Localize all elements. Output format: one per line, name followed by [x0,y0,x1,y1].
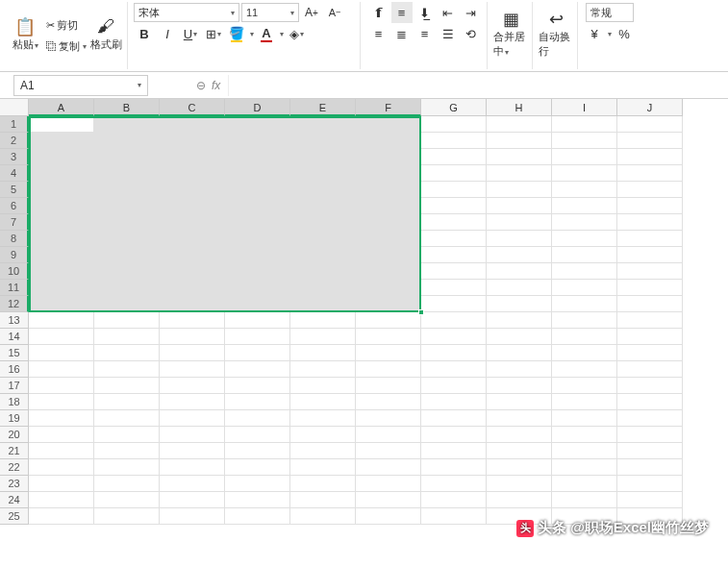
column-header[interactable]: F [356,99,421,116]
cell[interactable] [552,247,617,263]
cell[interactable] [421,427,487,443]
cell[interactable] [160,459,225,476]
align-center-button[interactable]: ≣ [391,23,413,44]
cell[interactable] [94,427,160,443]
cell[interactable] [94,312,160,329]
cell[interactable] [487,394,552,410]
cell[interactable] [29,198,94,214]
row-header[interactable]: 18 [0,394,29,410]
cell[interactable] [421,312,487,329]
cell[interactable] [617,280,683,296]
cell[interactable] [290,508,356,525]
cell[interactable] [617,116,683,133]
cell[interactable] [552,410,617,427]
cell[interactable] [552,231,617,247]
cell[interactable] [552,394,617,410]
cell[interactable] [160,133,225,149]
cell[interactable] [160,329,225,345]
cell[interactable] [94,329,160,345]
cell[interactable] [421,329,487,345]
cell[interactable] [290,345,356,361]
orientation-button[interactable]: ⟲ [461,23,482,44]
cell[interactable] [290,133,356,149]
cell[interactable] [94,231,160,247]
copy-button[interactable]: ⿻复制▾ [44,37,88,56]
cell[interactable] [225,394,290,410]
cell[interactable] [29,149,94,165]
column-header[interactable]: H [487,99,552,116]
cell[interactable] [225,214,290,231]
cell[interactable] [94,443,160,459]
row-header[interactable]: 8 [0,231,29,247]
cell[interactable] [487,182,552,198]
cell[interactable] [225,133,290,149]
italic-button[interactable]: I [157,23,178,44]
cell[interactable] [94,459,160,476]
cell[interactable] [617,263,683,280]
cell[interactable] [487,214,552,231]
cell[interactable] [356,312,421,329]
cell[interactable] [290,296,356,312]
cell[interactable] [160,280,225,296]
formula-input[interactable] [228,75,728,96]
cell[interactable] [487,427,552,443]
cell[interactable] [356,116,421,133]
row-header[interactable]: 17 [0,378,29,394]
cell[interactable] [552,263,617,280]
font-size-combo[interactable]: 11▾ [241,3,299,22]
cell[interactable] [356,247,421,263]
font-name-combo[interactable]: 宋体▾ [134,3,239,22]
row-header[interactable]: 22 [0,459,29,476]
cell[interactable] [225,165,290,182]
cell[interactable] [552,296,617,312]
cell[interactable] [225,149,290,165]
increase-indent-button[interactable]: ⇥ [461,2,482,23]
column-header[interactable]: A [29,99,94,116]
cell[interactable] [421,149,487,165]
cell[interactable] [356,263,421,280]
row-header[interactable]: 7 [0,214,29,231]
cell[interactable] [160,247,225,263]
fill-color-button[interactable]: 🪣 [226,23,247,44]
cell[interactable] [160,231,225,247]
cell[interactable] [29,508,94,525]
cell[interactable] [225,231,290,247]
cell[interactable] [552,427,617,443]
cell[interactable] [421,296,487,312]
cell[interactable] [552,492,617,508]
cell[interactable] [356,198,421,214]
row-header[interactable]: 20 [0,427,29,443]
cell[interactable] [487,247,552,263]
cell[interactable] [290,394,356,410]
row-header[interactable]: 3 [0,149,29,165]
cell[interactable] [421,214,487,231]
cell[interactable] [487,149,552,165]
cell[interactable] [617,492,683,508]
cell[interactable] [617,198,683,214]
row-header[interactable]: 4 [0,165,29,182]
cell[interactable] [225,329,290,345]
cell[interactable] [356,214,421,231]
cell[interactable] [94,345,160,361]
cell[interactable] [225,296,290,312]
row-header[interactable]: 2 [0,133,29,149]
cell[interactable] [421,165,487,182]
cell[interactable] [487,378,552,394]
cell[interactable] [160,214,225,231]
cell[interactable] [160,165,225,182]
name-box[interactable]: A1▾ [13,75,148,96]
cell[interactable] [617,394,683,410]
cell[interactable] [421,116,487,133]
row-header[interactable]: 14 [0,329,29,345]
cell[interactable] [29,443,94,459]
cell[interactable] [356,459,421,476]
cell[interactable] [160,263,225,280]
cell[interactable] [290,182,356,198]
cell[interactable] [487,329,552,345]
cell[interactable] [617,361,683,378]
cell[interactable] [487,410,552,427]
row-header[interactable]: 10 [0,263,29,280]
cell[interactable] [421,198,487,214]
row-header[interactable]: 9 [0,247,29,263]
cell[interactable] [356,427,421,443]
